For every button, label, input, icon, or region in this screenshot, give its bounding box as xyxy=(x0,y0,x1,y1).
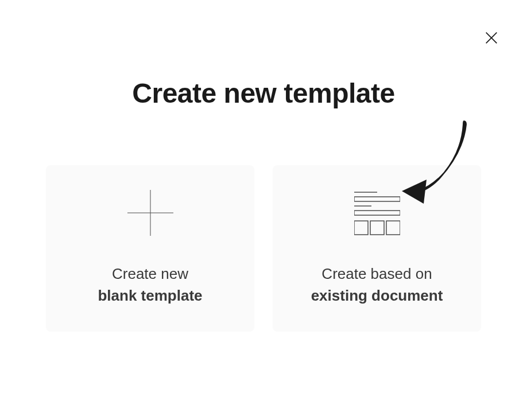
svg-rect-8 xyxy=(354,221,368,235)
options-container: Create new blank template Create based o… xyxy=(0,165,527,332)
option-label-line2: blank template xyxy=(98,285,202,307)
svg-rect-7 xyxy=(354,211,400,215)
option-label: Create new blank template xyxy=(98,263,202,306)
close-button[interactable] xyxy=(483,30,499,46)
svg-rect-10 xyxy=(386,221,400,235)
page-title: Create new template xyxy=(0,77,527,109)
plus-icon xyxy=(127,190,173,236)
option-label-line1: Create new xyxy=(112,265,188,282)
option-label: Create based on existing document xyxy=(311,263,443,306)
svg-rect-5 xyxy=(354,197,400,201)
svg-rect-9 xyxy=(370,221,384,235)
option-label-line2: existing document xyxy=(311,285,443,307)
close-icon xyxy=(483,39,499,48)
option-label-line1: Create based on xyxy=(321,265,432,282)
create-from-existing-card[interactable]: Create based on existing document xyxy=(273,165,481,332)
document-layout-icon xyxy=(354,190,400,236)
create-blank-template-card[interactable]: Create new blank template xyxy=(46,165,254,332)
